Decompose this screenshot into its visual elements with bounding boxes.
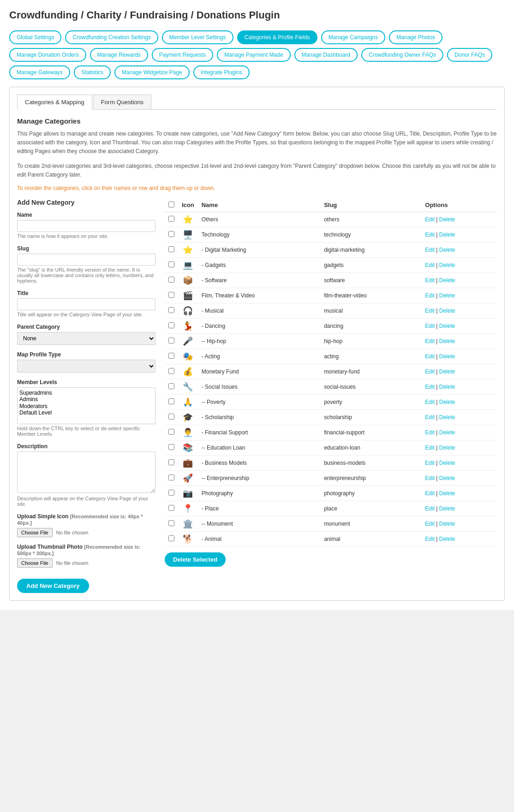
delete-link[interactable]: Delete (439, 414, 455, 421)
edit-link[interactable]: Edit (425, 521, 435, 527)
edit-link[interactable]: Edit (425, 308, 435, 314)
nav-btn-crowdfunding-owner-faqs[interactable]: Crowdfunding Owner FAQs (361, 48, 443, 62)
row-checkbox-11[interactable] (168, 383, 174, 389)
nav-btn-donor-faqs[interactable]: Donor FAQs (447, 48, 492, 62)
delete-link[interactable]: Delete (439, 338, 455, 344)
row-checkbox-0[interactable] (168, 216, 174, 222)
delete-link[interactable]: Delete (439, 536, 455, 542)
nav-btn-categories-profile-fields[interactable]: Categories & Profile Fields (237, 30, 317, 44)
choose-icon-button[interactable]: Choose File (17, 528, 53, 537)
delete-link[interactable]: Delete (439, 521, 455, 527)
delete-link[interactable]: Delete (439, 353, 455, 360)
delete-link[interactable]: Delete (439, 308, 455, 314)
row-checkbox-8[interactable] (168, 338, 174, 344)
slug-input[interactable] (17, 254, 155, 266)
delete-link[interactable]: Delete (439, 445, 455, 451)
row-checkbox-3[interactable] (168, 261, 174, 267)
edit-link[interactable]: Edit (425, 353, 435, 360)
description-textarea[interactable] (17, 451, 155, 493)
row-checkbox-14[interactable] (168, 429, 174, 435)
nav-btn-payment-requests[interactable]: Payment Requests (152, 48, 213, 62)
row-checkbox-2[interactable] (168, 246, 174, 252)
delete-link[interactable]: Delete (439, 247, 455, 253)
nav-btn-manage-gateways[interactable]: Manage Gateways (9, 65, 70, 79)
row-checkbox-21[interactable] (168, 535, 174, 541)
name-input[interactable] (17, 220, 155, 232)
edit-link[interactable]: Edit (425, 231, 435, 238)
nav-btn-global-settings[interactable]: Global Settings (9, 30, 61, 44)
edit-link[interactable]: Edit (425, 384, 435, 390)
row-checkbox-6[interactable] (168, 307, 174, 313)
nav-btn-crowdfunding-creation-settings[interactable]: Crowdfunding Creation Settings (65, 30, 158, 44)
row-checkbox-13[interactable] (168, 414, 174, 420)
edit-link[interactable]: Edit (425, 536, 435, 542)
edit-link[interactable]: Edit (425, 490, 435, 497)
edit-link[interactable]: Edit (425, 429, 435, 436)
delete-link[interactable]: Delete (439, 490, 455, 497)
edit-link[interactable]: Edit (425, 414, 435, 421)
row-checkbox-10[interactable] (168, 368, 174, 374)
edit-link[interactable]: Edit (425, 247, 435, 253)
add-category-button[interactable]: Add New Category (17, 579, 89, 593)
edit-link[interactable]: Edit (425, 475, 435, 481)
title-input[interactable] (17, 298, 155, 310)
tab-form-questions[interactable]: Form Questions (93, 95, 151, 109)
row-checkbox-5[interactable] (168, 292, 174, 298)
edit-link[interactable]: Edit (425, 323, 435, 329)
map-profile-type-select[interactable] (17, 360, 155, 373)
row-checkbox-7[interactable] (168, 322, 174, 328)
nav-btn-manage-widgetize-page[interactable]: Manage Widgetize Page (114, 65, 190, 79)
row-checkbox-15[interactable] (168, 444, 174, 450)
delete-link[interactable]: Delete (439, 368, 455, 375)
nav-btn-integrate-plugins[interactable]: Integrate Plugins (193, 65, 250, 79)
choose-thumbnail-button[interactable]: Choose File (17, 558, 53, 568)
edit-link[interactable]: Edit (425, 216, 435, 223)
edit-link[interactable]: Edit (425, 292, 435, 299)
tab-categories-mapping[interactable]: Categories & Mapping (17, 95, 92, 110)
edit-link[interactable]: Edit (425, 505, 435, 512)
row-checkbox-19[interactable] (168, 505, 174, 511)
row-checkbox-4[interactable] (168, 277, 174, 283)
delete-link[interactable]: Delete (439, 277, 455, 284)
row-checkbox-12[interactable] (168, 398, 174, 404)
delete-link[interactable]: Delete (439, 460, 455, 466)
row-options: Edit | Delete (421, 455, 497, 470)
nav-btn-manage-photos[interactable]: Manage Photos (389, 30, 442, 44)
nav-btn-manage-dashboard[interactable]: Manage Dashboard (294, 48, 358, 62)
delete-link[interactable]: Delete (439, 505, 455, 512)
parent-category-select[interactable]: None (17, 332, 155, 345)
delete-link[interactable]: Delete (439, 399, 455, 405)
edit-link[interactable]: Edit (425, 262, 435, 268)
row-checkbox-9[interactable] (168, 353, 174, 359)
select-all-checkbox[interactable] (168, 202, 174, 207)
delete-link[interactable]: Delete (439, 384, 455, 390)
delete-link[interactable]: Delete (439, 231, 455, 238)
edit-link[interactable]: Edit (425, 338, 435, 344)
nav-btn-manage-payment-made[interactable]: Manage Payment Made (217, 48, 290, 62)
table-row: 🎧 - Musical musical Edit | Delete (165, 303, 497, 318)
edit-link[interactable]: Edit (425, 368, 435, 375)
row-checkbox-1[interactable] (168, 231, 174, 237)
edit-link[interactable]: Edit (425, 460, 435, 466)
nav-btn-statistics[interactable]: Statistics (74, 65, 111, 79)
nav-btn-manage-rewards[interactable]: Manage Rewards (90, 48, 148, 62)
row-checkbox-18[interactable] (168, 490, 174, 496)
edit-link[interactable]: Edit (425, 445, 435, 451)
nav-btn-manage-campaigns[interactable]: Manage Campaigns (321, 30, 385, 44)
row-slug: scholarship (320, 409, 421, 425)
row-checkbox-17[interactable] (168, 474, 174, 480)
delete-link[interactable]: Delete (439, 475, 455, 481)
edit-link[interactable]: Edit (425, 277, 435, 284)
edit-link[interactable]: Edit (425, 399, 435, 405)
delete-selected-button[interactable]: Delete Selected (165, 552, 226, 567)
row-checkbox-16[interactable] (168, 459, 174, 465)
nav-btn-manage-donation-orders[interactable]: Manage Donation Orders (9, 48, 86, 62)
member-levels-select[interactable]: SuperadminsAdminsModeratorsDefault Level (17, 387, 155, 424)
row-checkbox-20[interactable] (168, 520, 174, 526)
nav-btn-member-level-settings[interactable]: Member Level Settings (162, 30, 233, 44)
delete-link[interactable]: Delete (439, 262, 455, 268)
delete-link[interactable]: Delete (439, 429, 455, 436)
delete-link[interactable]: Delete (439, 323, 455, 329)
delete-link[interactable]: Delete (439, 292, 455, 299)
delete-link[interactable]: Delete (439, 216, 455, 223)
